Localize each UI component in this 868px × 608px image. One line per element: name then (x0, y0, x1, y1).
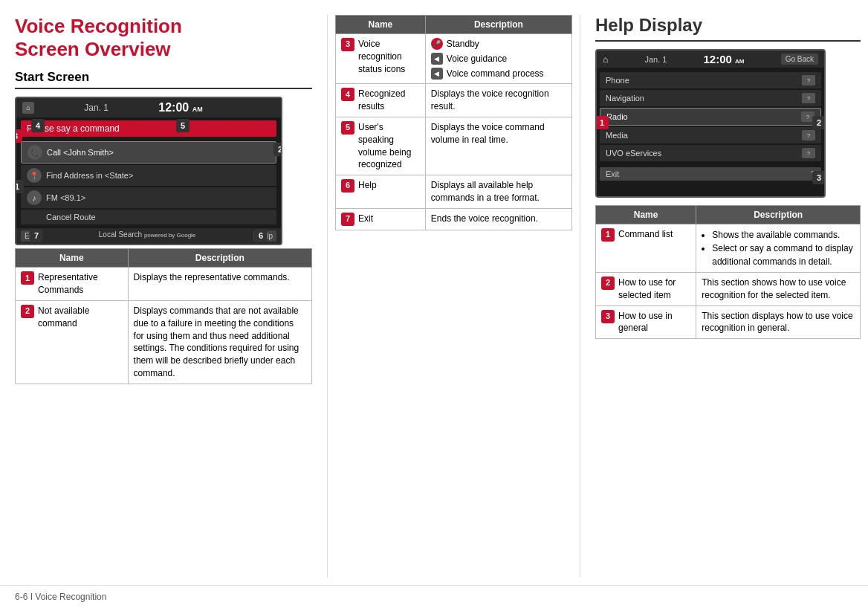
row-name: Command list (618, 228, 673, 241)
start-screen-container: ⌂ Jan. 1 12:00 AM Please say a command 📞… (15, 97, 282, 245)
menu-item-3: ♪ FM <89.1> (21, 187, 276, 208)
col-name-header-mid: Name (336, 16, 426, 34)
help-display-title: Help Display (595, 15, 861, 42)
help-time: 12:00 AM (704, 53, 745, 65)
table-row: 1 Command list Shows the available comma… (596, 224, 861, 273)
badge-3: 3 (341, 38, 354, 51)
home-icon: ⌂ (22, 102, 34, 114)
right-column: Help Display ⌂ Jan. 1 12:00 AM Go Back P… (580, 15, 861, 578)
row-name: Voice recognition status icons (358, 38, 420, 75)
col-desc-header-right: Description (696, 206, 861, 224)
badge-overlay-4: 4 (31, 119, 45, 132)
row-name: Not available command (38, 305, 123, 330)
help-date: Jan. 1 (644, 55, 667, 64)
left-column: Voice Recognition Screen Overview Start … (15, 15, 327, 578)
badge-cmd-1: 1 (601, 228, 615, 242)
screen-time: 12:00 AM (158, 101, 202, 114)
mid-desc-table: Name Description 3 Voice recognition sta… (335, 15, 572, 230)
col-name-header: Name (16, 249, 129, 268)
help-menu-list: Phone ? Navigation ? Radio ? Media ? (597, 68, 824, 166)
table-row: 5 User's speaking volume being recognize… (336, 117, 572, 175)
menu-item-1: 📞 Call <John Smith> (21, 141, 276, 164)
col-desc-header-mid: Description (425, 16, 571, 34)
badge-6: 6 (341, 179, 354, 193)
music-icon: ♪ (27, 190, 42, 205)
left-desc-table: Name Description 1 Representative Comman… (15, 248, 312, 384)
col-desc-header: Description (128, 249, 311, 268)
mic-icon: 🎤 (431, 38, 443, 50)
screen-date: Jan. 1 (84, 103, 108, 113)
table-row: 1 Representative Commands Displays the r… (16, 268, 312, 301)
help-screen: ⌂ Jan. 1 12:00 AM Go Back Phone ? Naviga… (595, 49, 826, 198)
screen-bottom-bar: Exit Local Search powered by Google Help (16, 228, 281, 244)
badge-7: 7 (341, 213, 354, 226)
row-name: Exit (358, 213, 373, 225)
phone-icon: 📞 (27, 145, 42, 160)
badge-overlay-6: 6 (254, 229, 268, 242)
command-list-bullets: Shows the available commands. Select or … (702, 228, 855, 268)
right-desc-table: Name Description 1 Command list Shows th… (595, 205, 861, 339)
badge-1: 1 (21, 271, 34, 285)
badge-5: 5 (341, 121, 354, 135)
row-desc: Ends the voice recognition. (425, 208, 571, 230)
help-screen-container: ⌂ Jan. 1 12:00 AM Go Back Phone ? Naviga… (595, 49, 826, 198)
menu-item-2: 📍 Find Address in <State> (21, 165, 276, 186)
command-icon: ◀ (431, 68, 443, 80)
table-row: 2 How to use for selected item This sect… (596, 273, 861, 306)
help-screen-top-bar: ⌂ Jan. 1 12:00 AM Go Back (597, 51, 824, 68)
badge-2: 2 (21, 305, 34, 318)
badge-overlay-7: 7 (30, 229, 43, 242)
guidance-icon: ◀ (431, 53, 443, 65)
uvo-icon-box: ? (802, 148, 815, 158)
screen-top-bar: ⌂ Jan. 1 12:00 AM (16, 98, 281, 117)
help-exit-row: Exit ? (600, 167, 821, 181)
row-name: Recognized results (358, 88, 420, 113)
media-icon-box: ? (802, 130, 815, 140)
row-name: User's speaking volume being recognized (358, 121, 420, 171)
phone-icon-box: ? (802, 75, 815, 85)
help-badge-left-1: 1 (595, 116, 609, 129)
badge-4: 4 (341, 88, 354, 101)
badge-overlay-2: 2 (273, 143, 282, 156)
local-search: Local Search powered by Google (99, 230, 196, 242)
start-screen: ⌂ Jan. 1 12:00 AM Please say a command 📞… (15, 97, 282, 245)
badge-cmd-3: 3 (601, 310, 615, 323)
status-command: ◀ Voice command process (431, 68, 566, 80)
help-menu-radio: Radio ? (600, 108, 821, 126)
table-row: 7 Exit Ends the voice recognition. (336, 208, 572, 230)
table-row: 3 How to use in general This section dis… (596, 305, 861, 339)
nav-icon-box: ? (802, 93, 815, 103)
row-name: How to use in general (618, 310, 690, 335)
page-footer: 6-6 I Voice Recognition (0, 585, 868, 608)
col-name-header-right: Name (596, 206, 696, 224)
help-badge-right-2: 2 (812, 116, 826, 129)
row-desc: This section shows how to use voice reco… (696, 273, 861, 306)
table-row: 4 Recognized results Displays the voice … (336, 84, 572, 117)
help-menu-uvo: UVO eServices ? (600, 145, 821, 161)
table-row: 6 Help Displays all available help comma… (336, 175, 572, 209)
section-title: Start Screen (15, 70, 312, 89)
command-bar: Please say a command (21, 120, 276, 137)
table-row: 2 Not available command Displays command… (16, 300, 312, 384)
help-menu-phone: Phone ? (600, 72, 821, 88)
menu-item-4: Cancel Route (21, 210, 276, 224)
screen-menu-list: 📞 Call <John Smith> 📍 Find Address in <S… (16, 140, 281, 227)
status-guidance: ◀ Voice guidance (431, 53, 566, 65)
row-desc: Displays the voice recognition result. (425, 84, 571, 117)
badge-cmd-2: 2 (601, 276, 615, 290)
location-icon: 📍 (27, 168, 42, 183)
status-standby: 🎤 Standby (431, 38, 566, 51)
help-badge-right-3: 3 (812, 171, 826, 184)
home-icon: ⌂ (603, 54, 608, 65)
badge-overlay-5: 5 (176, 119, 190, 132)
row-name: Help (358, 179, 377, 192)
row-name: How to use for selected item (618, 276, 690, 302)
badge-overlay-3: 3 (15, 129, 22, 143)
row-desc: This section displays how to use voice r… (696, 305, 861, 339)
row-desc: Displays the representative commands. (128, 268, 311, 301)
row-desc: Displays the voice command volume in rea… (425, 117, 571, 175)
go-back-btn: Go Back (781, 54, 818, 65)
page-title: Voice Recognition Screen Overview (15, 15, 312, 61)
badge-overlay-1: 1 (15, 180, 24, 193)
middle-column: Name Description 3 Voice recognition sta… (327, 15, 580, 578)
